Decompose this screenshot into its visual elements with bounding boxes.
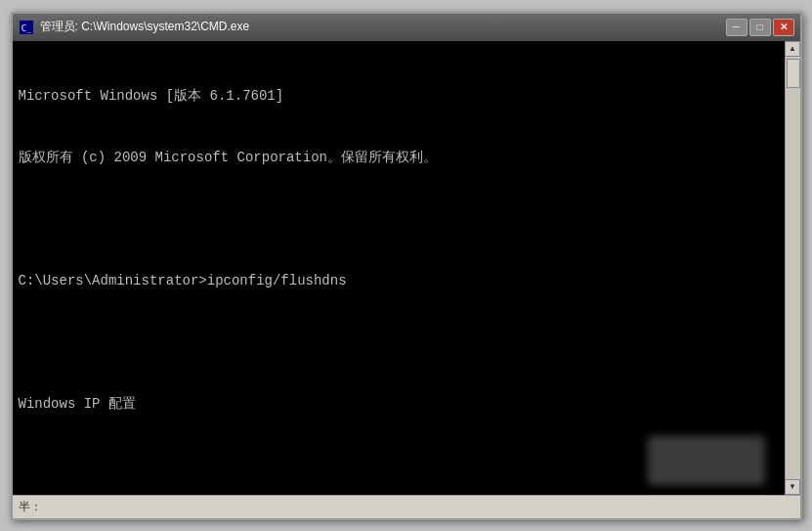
blurred-content (648, 436, 765, 485)
minimize-button[interactable]: ─ (726, 19, 748, 36)
cmd-line-1: Microsoft Windows [版本 6.1.7601] (19, 86, 779, 107)
cmd-line-6: Windows IP 配置 (19, 394, 779, 415)
title-bar: C_ 管理员: C:\Windows\system32\CMD.exe ─ □ … (13, 14, 800, 41)
cmd-icon: C_ (19, 20, 34, 35)
cmd-line-4: C:\Users\Administrator>ipconfig/flushdns (19, 271, 779, 291)
cmd-line-3 (19, 209, 779, 230)
scroll-down-button[interactable]: ▼ (785, 479, 800, 495)
cmd-window: C_ 管理员: C:\Windows\system32\CMD.exe ─ □ … (11, 12, 802, 520)
cmd-line-5 (19, 332, 779, 353)
scroll-up-button[interactable]: ▲ (785, 41, 800, 57)
scroll-thumb[interactable] (787, 59, 800, 88)
window-title: 管理员: C:\Windows\system32\CMD.exe (40, 19, 726, 35)
bottom-bar: 半： (13, 495, 800, 518)
scroll-track[interactable] (786, 57, 800, 479)
close-button[interactable]: ✕ (773, 19, 794, 36)
maximize-button[interactable]: □ (749, 19, 771, 36)
bottom-text: 半： (19, 499, 42, 515)
window-body: Microsoft Windows [版本 6.1.7601] 版权所有 (c)… (13, 41, 800, 495)
svg-text:C_: C_ (21, 22, 31, 32)
cmd-area[interactable]: Microsoft Windows [版本 6.1.7601] 版权所有 (c)… (13, 41, 785, 495)
cmd-line-2: 版权所有 (c) 2009 Microsoft Corporation。保留所有… (19, 148, 779, 168)
window-controls: ─ □ ✕ (726, 19, 794, 36)
cmd-output: Microsoft Windows [版本 6.1.7601] 版权所有 (c)… (19, 45, 779, 495)
scrollbar[interactable]: ▲ ▼ (785, 41, 800, 495)
